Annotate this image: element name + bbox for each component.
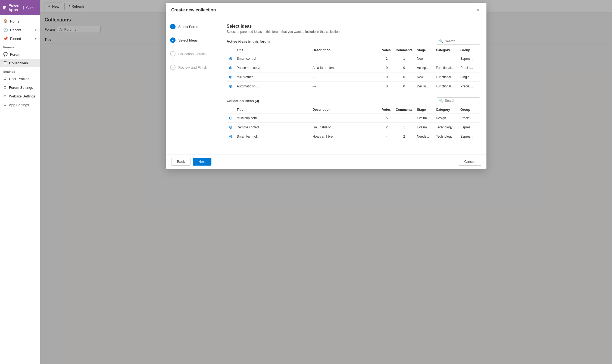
add-row-icon[interactable]: ⊕ bbox=[229, 65, 232, 70]
modal-footer: Back Next Cancel bbox=[166, 154, 486, 169]
back-button[interactable]: Back bbox=[171, 158, 191, 166]
collection-th-category: Category bbox=[434, 106, 458, 113]
remove-row-icon[interactable]: ⊖ bbox=[229, 134, 232, 139]
active-search-input[interactable] bbox=[445, 39, 477, 43]
sidebar-label-pinned: Pinned bbox=[10, 37, 21, 41]
step-circle-1: ✓ bbox=[170, 24, 176, 29]
collection-section-label: Collection ideas (3) bbox=[227, 99, 259, 103]
add-icon-cell[interactable]: ⊕ bbox=[227, 72, 235, 82]
remove-icon-cell[interactable]: ⊖ bbox=[227, 123, 235, 132]
add-row-icon[interactable]: ⊕ bbox=[229, 84, 232, 88]
sidebar-item-app-settings[interactable]: ⚙ App Settings bbox=[0, 100, 40, 109]
sidebar-item-home[interactable]: 🏠 Home bbox=[0, 17, 40, 26]
active-th-stage: Stage bbox=[415, 47, 434, 54]
sidebar-item-website-settings[interactable]: ⚙ Website Settings bbox=[0, 92, 40, 100]
active-th-title[interactable]: Title ↓ bbox=[235, 47, 310, 54]
step-label-3: Collection Details bbox=[178, 52, 205, 56]
remove-icon-cell[interactable]: ⊖ bbox=[227, 113, 235, 123]
active-row-stage: Accep... bbox=[415, 63, 434, 72]
collection-th-group: Group bbox=[458, 106, 480, 113]
collection-table-row: ⊖ Smart technol... How can I bre... 4 2 … bbox=[227, 132, 480, 141]
search-icon-collection: 🔍 bbox=[439, 99, 443, 103]
collection-row-title: Multi cup setti... bbox=[235, 113, 310, 123]
remove-row-icon[interactable]: ⊖ bbox=[229, 125, 232, 129]
settings-section-label: Settings bbox=[0, 67, 40, 74]
collection-th-stage: Stage bbox=[415, 106, 434, 113]
step-label-2: Select Ideas bbox=[178, 38, 198, 42]
forums-section-label: Forums bbox=[0, 43, 40, 50]
next-button[interactable]: Next bbox=[193, 158, 211, 166]
active-search-box[interactable]: 🔍 bbox=[437, 38, 480, 45]
active-row-group: Single... bbox=[458, 72, 480, 82]
modal-close-button[interactable]: × bbox=[475, 7, 481, 13]
collection-row-title: Smart technol... bbox=[235, 132, 310, 141]
app-settings-icon: ⚙ bbox=[3, 103, 7, 107]
add-row-icon[interactable]: ⊕ bbox=[229, 75, 232, 79]
active-table-row: ⊕ Automatic shu... --- 0 0 Declin... Fun… bbox=[227, 82, 480, 91]
pinned-icon: 📌 bbox=[3, 36, 8, 41]
active-th-desc: Description bbox=[310, 47, 380, 54]
sidebar-label-collections: Collections bbox=[9, 61, 28, 65]
active-section-label: Active ideas in this forum bbox=[227, 39, 270, 43]
collection-row-desc: --- bbox=[310, 113, 380, 123]
step-connector-2 bbox=[173, 45, 173, 49]
main-area: ＋ New ↺ Refresh Collections Forum Title … bbox=[40, 0, 612, 364]
step-review-finish: ○ Review and Finish bbox=[170, 65, 216, 70]
sidebar-item-pinned[interactable]: 📌 Pinned ∨ bbox=[0, 34, 40, 43]
collection-search-box[interactable]: 🔍 bbox=[437, 97, 480, 104]
sidebar-item-forum[interactable]: 💬 Forum bbox=[0, 50, 40, 59]
sidebar-nav: 🏠 Home 🕒 Recent ∨ 📌 Pinned ∨ Forums 💬 Fo… bbox=[0, 15, 40, 364]
active-table-row: ⊕ Smart control --- 1 1 New --- Espres..… bbox=[227, 54, 480, 63]
chevron-down-icon-pinned: ∨ bbox=[35, 37, 37, 40]
sidebar-item-user-profiles[interactable]: ⚙ User Profiles bbox=[0, 74, 40, 83]
active-row-group: Precisi... bbox=[458, 63, 480, 72]
sidebar-item-collections[interactable]: ☰ Collections bbox=[0, 59, 40, 67]
active-table-body: ⊕ Smart control --- 1 1 New --- Espres..… bbox=[227, 54, 480, 91]
footer-left-buttons: Back Next bbox=[171, 158, 211, 166]
cancel-button[interactable]: Cancel bbox=[459, 158, 481, 166]
active-row-title: Automatic shu... bbox=[235, 82, 310, 91]
collection-row-group: Precisi... bbox=[458, 113, 480, 123]
remove-row-icon[interactable]: ⊖ bbox=[229, 116, 232, 120]
collection-ideas-section: Collection ideas (3) 🔍 bbox=[227, 97, 480, 141]
collection-col-title-label: Title bbox=[237, 108, 243, 112]
active-row-title: Smart control bbox=[235, 54, 310, 63]
active-table-header-row: Title ↓ Description Votes Comments Stage… bbox=[227, 47, 480, 54]
remove-icon-cell[interactable]: ⊖ bbox=[227, 132, 235, 141]
collection-th-title[interactable]: Title ↑ bbox=[235, 106, 310, 113]
add-row-icon[interactable]: ⊕ bbox=[229, 56, 232, 61]
forum-icon: 💬 bbox=[3, 52, 8, 56]
active-row-comments: 0 bbox=[394, 72, 415, 82]
sidebar-item-forum-settings[interactable]: ⚙ Forum Settings bbox=[0, 83, 40, 92]
collections-icon: ☰ bbox=[3, 61, 7, 65]
modal: Create new collection × ✓ Select Forum ● bbox=[166, 3, 486, 169]
add-icon-cell[interactable]: ⊕ bbox=[227, 82, 235, 91]
step-select-forum: ✓ Select Forum bbox=[170, 24, 216, 29]
active-row-desc: --- bbox=[310, 54, 380, 63]
active-col-title-label: Title bbox=[237, 48, 243, 52]
steps-panel: ✓ Select Forum ● Select Ideas ○ Collecti… bbox=[166, 17, 220, 154]
active-row-group: Espres... bbox=[458, 54, 480, 63]
collection-th-icon bbox=[227, 106, 235, 113]
active-row-votes: 1 bbox=[380, 54, 394, 63]
sidebar-label-user-profiles: User Profiles bbox=[9, 77, 29, 81]
website-settings-icon: ⚙ bbox=[3, 94, 7, 98]
app-header: ⊞ Power Apps | Community bbox=[0, 0, 40, 15]
modal-title: Create new collection bbox=[171, 8, 216, 12]
active-row-category: Functional... bbox=[434, 82, 458, 91]
home-icon: 🏠 bbox=[3, 19, 8, 23]
active-th-icon bbox=[227, 47, 235, 54]
add-icon-cell[interactable]: ⊕ bbox=[227, 63, 235, 72]
add-icon-cell[interactable]: ⊕ bbox=[227, 54, 235, 63]
modal-overlay: Create new collection × ✓ Select Forum ● bbox=[40, 0, 612, 364]
sidebar-label-recent: Recent bbox=[10, 28, 21, 32]
active-row-title: Milk frother bbox=[235, 72, 310, 82]
forum-settings-icon: ⚙ bbox=[3, 85, 7, 90]
sidebar-item-recent[interactable]: 🕒 Recent ∨ bbox=[0, 26, 40, 34]
sidebar-label-app-settings: App Settings bbox=[9, 103, 29, 107]
collection-search-input[interactable] bbox=[445, 99, 477, 103]
collection-row-desc: How can I bre... bbox=[310, 132, 380, 141]
active-th-comments: Comments bbox=[394, 47, 415, 54]
active-ideas-table: Title ↓ Description Votes Comments Stage… bbox=[227, 47, 480, 91]
section-title: Select Ideas bbox=[227, 24, 480, 29]
